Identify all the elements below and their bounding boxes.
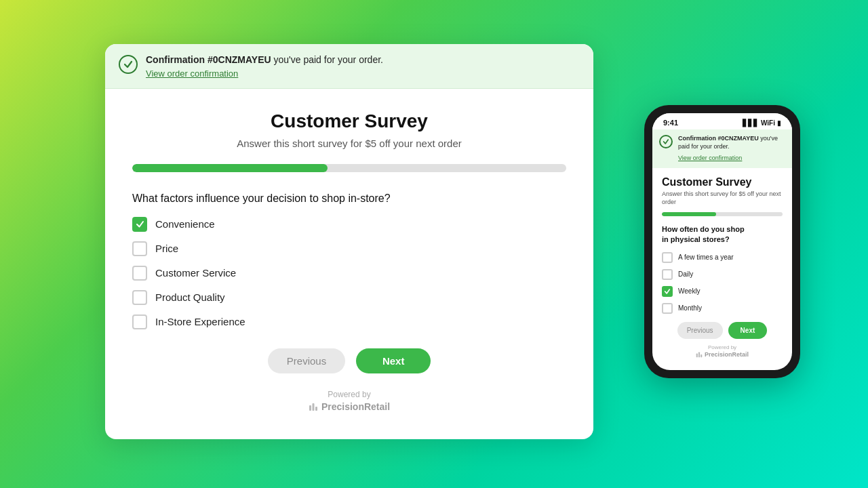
phone-checkbox-list: A few times a year Daily Weekly <box>662 252 783 314</box>
next-button[interactable]: Next <box>356 348 431 373</box>
svg-rect-2 <box>315 407 317 411</box>
phone-button-row: Previous Next <box>662 322 783 339</box>
phone-powered-by: Powered by PrecisionRetail <box>662 344 783 363</box>
survey-title: Customer Survey <box>132 110 566 132</box>
phone-survey-subtitle: Answer this short survey for $5 off your… <box>662 190 783 206</box>
desktop-survey-card: Confirmation #0CNZMAYEU you've paid for … <box>105 44 593 439</box>
list-item: A few times a year <box>662 252 783 263</box>
status-icons: ▋▋▋ WiFi ▮ <box>743 119 781 127</box>
phone-confirmation-banner: Confirmation #0CNZMAYEU you've paid for … <box>652 129 792 168</box>
phone-checkbox-monthly[interactable] <box>662 303 673 314</box>
option-daily: Daily <box>678 270 693 278</box>
option-weekly: Weekly <box>678 287 701 295</box>
list-item: Convenience <box>132 217 566 232</box>
list-item: Customer Service <box>132 266 566 281</box>
phone-powered-label: Powered by <box>708 344 736 350</box>
status-bar: 9:41 ▋▋▋ WiFi ▮ <box>652 113 792 129</box>
survey-body: Customer Survey Answer this short survey… <box>105 89 593 439</box>
option-monthly: Monthly <box>678 304 702 312</box>
phone-previous-button[interactable]: Previous <box>677 322 723 339</box>
powered-by-label: Powered by <box>328 390 370 399</box>
checkbox-customer-service[interactable] <box>132 266 147 281</box>
phone-view-order-link[interactable]: View order confirmation <box>678 155 742 161</box>
progress-bar <box>132 164 566 172</box>
list-item: Product Quality <box>132 290 566 305</box>
list-item: Monthly <box>662 303 783 314</box>
progress-fill <box>132 164 328 172</box>
phone-outer: 9:41 ▋▋▋ WiFi ▮ Confirmation #0CNZMAYEU … <box>644 105 800 378</box>
svg-rect-3 <box>696 353 698 357</box>
phone-screen: 9:41 ▋▋▋ WiFi ▮ Confirmation #0CNZMAYEU … <box>652 113 792 370</box>
phone-question-text: How often do you shopin physical stores? <box>662 224 783 245</box>
list-item: Daily <box>662 269 783 280</box>
list-item: In-Store Experience <box>132 314 566 329</box>
option-product-quality: Product Quality <box>155 291 225 303</box>
svg-rect-4 <box>698 352 700 357</box>
confirmation-message: Confirmation #0CNZMAYEU you've paid for … <box>146 54 383 79</box>
checkbox-price[interactable] <box>132 241 147 256</box>
phone-check-circle-icon <box>659 135 673 148</box>
phone-next-button[interactable]: Next <box>728 322 768 339</box>
view-order-link[interactable]: View order confirmation <box>146 68 383 79</box>
signal-icon: ▋▋▋ <box>743 119 759 127</box>
phone-brand-name: PrecisionRetail <box>705 351 749 358</box>
brand-logo: PrecisionRetail <box>132 401 566 412</box>
phone-conf-id: #0CNZMAYEU <box>718 135 759 142</box>
phone-checkbox-few-times[interactable] <box>662 252 673 263</box>
phone-content: Confirmation #0CNZMAYEU you've paid for … <box>652 129 792 370</box>
checkbox-convenience[interactable] <box>132 217 147 232</box>
svg-rect-0 <box>309 405 311 411</box>
phone-confirmation-message: Confirmation #0CNZMAYEU you've paid for … <box>678 135 785 163</box>
option-customer-service: Customer Service <box>155 267 236 279</box>
powered-by-section: Powered by PrecisionRetail <box>132 390 566 419</box>
confirmation-banner: Confirmation #0CNZMAYEU you've paid for … <box>105 44 593 89</box>
button-row: Previous Next <box>132 348 566 373</box>
option-few-times: A few times a year <box>678 253 734 261</box>
question-text: What factors influence your decision to … <box>132 192 566 205</box>
phone-checkbox-weekly[interactable] <box>662 286 673 297</box>
wifi-icon: WiFi <box>761 119 775 127</box>
option-price: Price <box>155 243 178 254</box>
phone-survey-body: Customer Survey Answer this short survey… <box>652 168 792 369</box>
option-instore-experience: In-Store Experience <box>155 316 245 327</box>
svg-rect-1 <box>312 403 314 411</box>
check-circle-icon <box>119 55 138 74</box>
phone-brand-logo: PrecisionRetail <box>662 351 783 358</box>
phone-checkbox-daily[interactable] <box>662 269 673 280</box>
battery-icon: ▮ <box>777 119 781 127</box>
previous-button[interactable]: Previous <box>268 348 345 373</box>
checkbox-product-quality[interactable] <box>132 290 147 305</box>
option-convenience: Convenience <box>155 218 215 230</box>
status-time: 9:41 <box>663 119 678 127</box>
confirmation-suffix: you've paid for your order. <box>271 54 383 65</box>
phone-progress-fill <box>662 212 716 216</box>
checkbox-list: Convenience Price Customer Service Produ… <box>132 217 566 329</box>
svg-rect-5 <box>701 354 702 357</box>
phone-progress-bar <box>662 212 783 216</box>
phone-conf-prefix: Confirmation <box>678 135 718 142</box>
confirmation-prefix: Confirmation <box>146 54 208 65</box>
survey-subtitle: Answer this short survey for $5 off your… <box>132 138 566 149</box>
list-item: Price <box>132 241 566 256</box>
list-item: Weekly <box>662 286 783 297</box>
phone-survey-title: Customer Survey <box>662 176 783 188</box>
checkbox-instore-experience[interactable] <box>132 314 147 329</box>
brand-name: PrecisionRetail <box>321 401 390 412</box>
confirmation-order-id: #0CNZMAYEU <box>208 54 271 65</box>
mobile-phone-wrapper: 9:41 ▋▋▋ WiFi ▮ Confirmation #0CNZMAYEU … <box>644 105 800 378</box>
